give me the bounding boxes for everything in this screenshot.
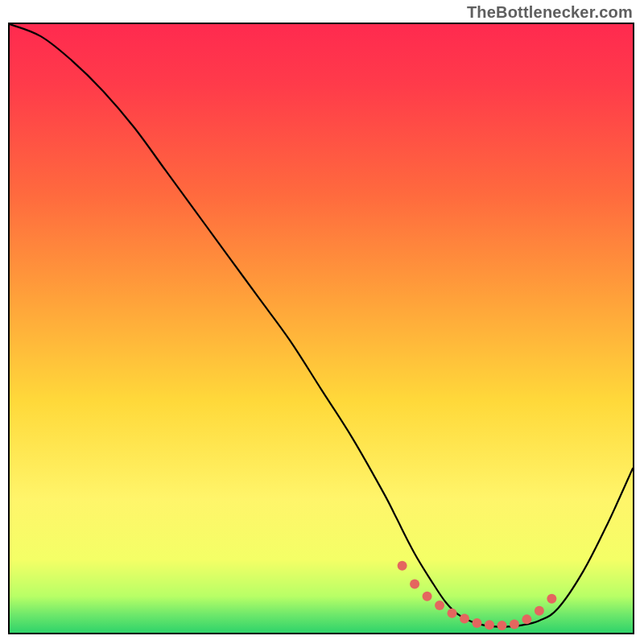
bottom-dot (510, 619, 519, 629)
bottom-dots-group (398, 561, 557, 630)
bottom-dot (398, 561, 407, 571)
bottom-dot (485, 620, 494, 630)
curve-svg (10, 24, 633, 633)
bottom-dot (535, 606, 544, 616)
chart-container: TheBottlenecker.com (0, 0, 644, 644)
bottom-dot (522, 614, 531, 624)
bottom-dot (547, 594, 556, 604)
bottom-dot (410, 580, 419, 589)
bottom-dot (448, 609, 457, 618)
bottleneck-curve (10, 24, 633, 627)
watermark-label: TheBottlenecker.com (467, 3, 633, 22)
bottom-dot (435, 601, 444, 610)
bottom-dot (423, 592, 432, 601)
bottom-dot (460, 614, 469, 624)
bottom-dot (497, 621, 506, 630)
plot-area (8, 23, 634, 634)
bottom-dot (473, 618, 482, 628)
